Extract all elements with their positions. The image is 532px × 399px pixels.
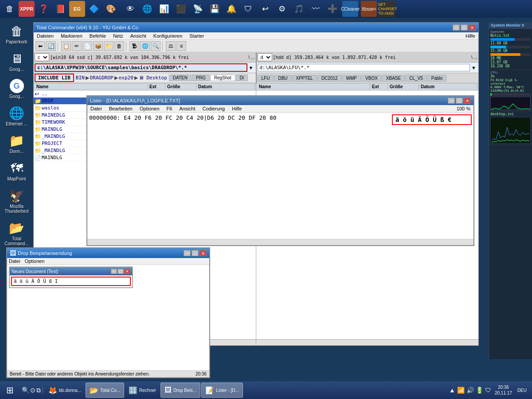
right-drive-nav[interactable]: \ ... — [471, 55, 477, 60]
tab-prg[interactable]: PRG — [192, 74, 210, 81]
xppr-icon[interactable]: XPPR — [19, 1, 35, 17]
tc-minimize-button[interactable]: ─ — [453, 24, 460, 31]
tray-network-icon[interactable]: 📶 — [457, 387, 465, 394]
lister-minimize-button[interactable]: ─ — [448, 98, 455, 104]
color-icon[interactable]: 🎨 — [103, 1, 119, 17]
taskbar-item-drop[interactable]: 🖼 Drop Beis... — [160, 383, 200, 398]
col-date[interactable]: Datum — [196, 84, 255, 90]
quicklaunch-search[interactable]: 🔍 — [22, 387, 29, 394]
desktop-icon-thispc[interactable]: 🖥 Goog... — [2, 50, 31, 74]
col-ext-r[interactable]: Ext — [370, 84, 388, 90]
ccleaner-icon[interactable]: CCleaner — [342, 1, 358, 17]
drop-inner-minimize-button[interactable]: ─ — [111, 269, 117, 274]
desktop-icon-docs[interactable]: 📁 Donn... — [2, 132, 31, 156]
plus-icon[interactable]: ➕ — [325, 1, 340, 17]
lister-menu-bearbeiten[interactable]: Bearbeiten — [108, 106, 134, 112]
breadcrumb-dragdrop[interactable]: DRAGDROP — [90, 75, 113, 81]
alarm-icon[interactable]: 🔔 — [223, 1, 239, 17]
tab-pablo[interactable]: Pablo — [427, 75, 447, 82]
breadcrumb-desktop[interactable]: 🖥 Desktop — [139, 75, 167, 81]
left-drive-select[interactable]: cd — [35, 53, 49, 61]
terminal-icon[interactable]: ⬛ — [173, 1, 189, 17]
menu-hilfe[interactable]: Hilfe — [464, 33, 477, 39]
quicklaunch-cortana[interactable]: ⊙ — [30, 387, 35, 394]
lister-menu-ansicht[interactable]: Ansicht — [178, 106, 196, 112]
help-icon[interactable]: ❓ — [35, 1, 51, 17]
lister-menu-datei[interactable]: Datei — [89, 106, 103, 112]
tray-expand-icon[interactable]: ▲ — [449, 387, 455, 394]
globe-icon[interactable]: 🌐 — [139, 1, 155, 17]
tab-lfu[interactable]: LFU — [258, 75, 274, 82]
col-name[interactable]: Name — [35, 84, 148, 90]
toolbar-btn-2[interactable]: 🔄 — [46, 41, 56, 51]
book-icon[interactable]: 📕 — [52, 1, 68, 17]
toolbar-copy[interactable]: 📄 — [82, 41, 92, 51]
menu-markieren[interactable]: Markieren — [59, 33, 84, 39]
toolbar-edit[interactable]: ✏ — [72, 41, 82, 51]
tc-maximize-button[interactable]: □ — [461, 24, 468, 31]
desktop-icon-network[interactable]: 🌐 Ethernet ... — [2, 104, 31, 128]
toolbar-zip[interactable]: 🗜 — [129, 41, 139, 51]
taskbar-item-totalcmd[interactable]: 📂 Total Co... — [86, 383, 124, 398]
toolbar-move[interactable]: 📦 — [93, 41, 103, 51]
tab-dc2012[interactable]: DC2012 — [317, 75, 342, 82]
spreadsheet-icon[interactable]: 📊 — [156, 1, 172, 17]
tray-shield-icon[interactable]: 🛡 — [485, 387, 491, 394]
tray-clock[interactable]: 20:36 20.11.17 — [493, 384, 514, 396]
tab-xpptel[interactable]: XPPTEL — [292, 75, 317, 82]
left-drive-nav[interactable]: \ ... — [249, 55, 255, 60]
breadcrumb-exp20[interactable]: exp20 — [119, 75, 133, 81]
menu-dateien[interactable]: Dateien — [35, 33, 55, 39]
quicklaunch-taskview[interactable]: ⧉ — [36, 387, 41, 394]
tab-dbu[interactable]: DBU — [274, 75, 291, 82]
network-icon[interactable]: 📡 — [190, 1, 206, 17]
lister-menu-optionen[interactable]: Optionen — [138, 106, 161, 112]
left-path-btn[interactable]: ▼ — [247, 65, 255, 70]
lister-close-button[interactable]: ✕ — [464, 98, 471, 104]
right-drive-select[interactable]: dc — [258, 53, 272, 61]
start-button[interactable]: ⊞ — [0, 381, 20, 399]
drop-inner-maximize-button[interactable]: □ — [117, 269, 124, 274]
taskbar-item-firefox[interactable]: 🦊 bb.donna... — [45, 383, 85, 398]
eg-icon[interactable]: EG — [69, 1, 85, 17]
wave-icon[interactable]: 〰 — [308, 1, 324, 17]
taskbar-item-rechner[interactable]: 🔢 Rechner — [125, 383, 160, 398]
include-lib-label[interactable]: INCLUDE LIB — [35, 74, 74, 82]
toolbar-delete[interactable]: 🗑 — [114, 41, 124, 51]
col-size[interactable]: Größe — [165, 84, 196, 90]
menu-konfigurieren[interactable]: Konfigurieren — [152, 33, 184, 39]
col-ext[interactable]: Ext — [148, 84, 165, 90]
tc-close-button[interactable]: ✕ — [469, 24, 476, 31]
menu-befehle[interactable]: Befehle — [88, 33, 107, 39]
lister-menu-f6[interactable]: F6 — [165, 106, 174, 112]
drop-menu-optionen[interactable]: Optionen — [25, 258, 45, 264]
col-date-r[interactable]: Datum — [419, 84, 477, 90]
toolbar-btn-1[interactable]: ⬅ — [35, 41, 45, 51]
arrow-icon[interactable]: ↩ — [257, 1, 273, 17]
tab-xbase[interactable]: XBASE — [382, 75, 405, 82]
visual-studio-icon[interactable]: 🔷 — [86, 1, 102, 17]
toolbar-sync[interactable]: ⚖ — [166, 41, 176, 51]
breadcrumb-bin[interactable]: BIN — [76, 75, 85, 81]
toolbar-search[interactable]: 🔍 — [151, 41, 160, 51]
eye-icon[interactable]: 👁 — [122, 1, 138, 17]
drop-inner-close-button[interactable]: ✕ — [124, 269, 130, 274]
gear-icon[interactable]: ⚙ — [274, 1, 290, 17]
antivirus-icon[interactable]: 🛡 — [240, 1, 256, 17]
lister-menu-hilfe[interactable]: Hilfe — [231, 106, 243, 112]
menu-ansicht[interactable]: Ansicht — [129, 33, 148, 39]
desktop-icon-mappoint[interactable]: 🗺 MapPoint — [2, 159, 31, 183]
drive-icon[interactable]: 💾 — [207, 1, 223, 17]
desktop-icon-google[interactable]: G Goog... — [2, 77, 31, 101]
toolbar-view[interactable]: 📋 — [61, 41, 71, 51]
desktop-icon-thunderbird[interactable]: 🦅 Mozilla Thunderbird — [2, 187, 31, 215]
desktop-icon-papierkorb[interactable]: 🗑 Papierkorb — [2, 22, 31, 46]
music-icon[interactable]: 🎵 — [291, 1, 307, 17]
desktop-icon-totalcommander[interactable]: 📂 Total Command... — [2, 219, 31, 248]
tab-daten[interactable]: DATEN — [169, 74, 192, 81]
col-size-r[interactable]: Größe — [388, 84, 419, 90]
right-path-input[interactable]: d:\ALASKA\LFU\*.* — [258, 64, 470, 71]
toolbar-ftp[interactable]: 🌐 — [140, 41, 150, 51]
menu-starter[interactable]: Starter — [188, 33, 205, 39]
toolbar-mkdir[interactable]: 📁 — [104, 41, 113, 51]
